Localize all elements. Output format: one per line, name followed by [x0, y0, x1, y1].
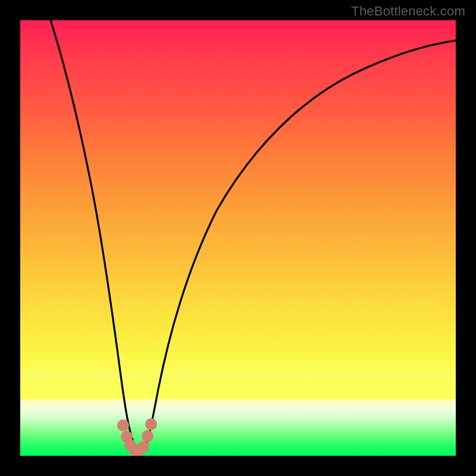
marker-dot	[142, 430, 154, 442]
plot-area	[20, 20, 456, 456]
marker-dot	[117, 419, 129, 431]
curve-layer	[20, 20, 456, 456]
bottleneck-curve	[51, 20, 456, 452]
watermark-text: TheBottleneck.com	[351, 4, 465, 19]
marker-dot	[137, 441, 149, 453]
chart-frame: TheBottleneck.com	[0, 0, 476, 476]
marker-dot	[145, 418, 157, 430]
valley-marker-group	[117, 418, 157, 456]
